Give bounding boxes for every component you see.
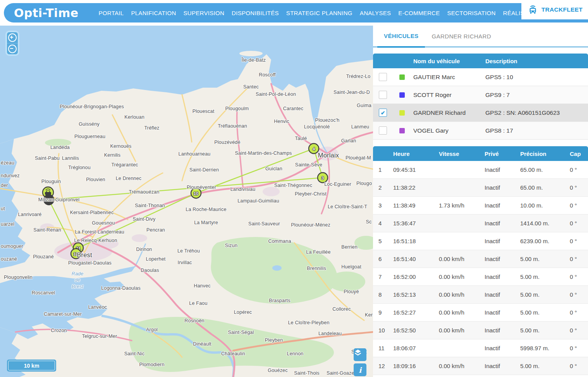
map-label: Pencran <box>146 227 165 233</box>
vehicles-col-description: Description <box>485 58 588 64</box>
trackfleet-app: Opti-Time PORTAILPLANIFICATIONSUPERVISIO… <box>0 0 588 377</box>
nav-item-supervision[interactable]: SUPERVISION <box>184 10 225 16</box>
track-cell-vitesse: 1.73 km/h <box>435 202 481 209</box>
vehicle-checkbox[interactable] <box>379 91 387 99</box>
vehicle-row-gautier-marc[interactable]: GAUTIER MarcGPS5 : 10 <box>373 68 588 86</box>
track-cell-precision: 65.00 m. <box>516 184 566 191</box>
track-cell-idx: 3 <box>373 202 389 209</box>
map-label: Le Cloître-Saint-T <box>328 204 367 209</box>
track-table-header: Heure Vitesse Privé Précision Cap <box>373 146 588 161</box>
nav-bar: Opti-Time PORTAILPLANIFICATIONSUPERVISIO… <box>4 3 588 22</box>
track-cell-heure: 16:51:40 <box>389 256 435 262</box>
track-row-2[interactable]: 211:38:22Inactif65.00 m.0 ° <box>373 179 588 197</box>
track-cell-prive: Inactif <box>481 184 516 191</box>
map-label: Lanmeu <box>351 124 369 130</box>
track-cell-prive: Inactif <box>481 327 516 334</box>
map-label: Landéda <box>50 145 70 150</box>
map-label: Le Relecq-Kerhuon <box>74 238 117 243</box>
map-label: Gouesnou <box>92 220 115 226</box>
vehicle-name: SCOTT Roger <box>413 92 485 99</box>
map-label: Guima <box>357 103 371 108</box>
map-label: Taulé <box>295 136 307 141</box>
map-label: Saint-Divy <box>133 216 156 222</box>
nav-item-strategic-planning[interactable]: STRATEGIC PLANNING <box>286 10 352 16</box>
map-label: Hanvec <box>194 283 211 289</box>
tab-vehicules[interactable]: VÉHICULES <box>377 26 425 48</box>
vehicle-checkbox[interactable] <box>379 73 387 81</box>
layers-button[interactable] <box>354 348 366 361</box>
nav-item-e-commerce[interactable]: E-COMMERCE <box>398 10 440 16</box>
map-label: Saint-Martin-des-Champs <box>235 150 292 156</box>
track-row-9[interactable]: 916:52:270.00 km/hInactif5.00 m.0 ° <box>373 304 588 322</box>
map-label: Sainte-Sève <box>295 162 322 168</box>
map-canvas[interactable]: 4310111215 Île-de-BatzRoscoffSantecSaint… <box>0 26 373 377</box>
map-marker-4[interactable]: 4 <box>309 144 319 154</box>
track-cell-heure: 16:52:50 <box>389 327 435 334</box>
track-row-1[interactable]: 109:45:31Inactif65.00 m.0 ° <box>373 161 588 179</box>
track-cell-cap: 0 ° <box>566 166 588 173</box>
map-label: Kernouës <box>110 144 131 149</box>
map-label: Île-de-Batz <box>242 57 266 63</box>
track-row-11[interactable]: 1118:06:07Inactif5998.97 m.0 ° <box>373 339 588 357</box>
vehicle-checkbox[interactable] <box>379 109 387 117</box>
track-cell-precision: 5998.97 m. <box>516 345 566 351</box>
map-label: Saint-Pabu <box>35 156 60 161</box>
map-label: Guissény <box>79 121 100 127</box>
vehicle-row-gardner-richard[interactable]: GARDNER RichardGPS2 : SN: A060151G0623 <box>373 104 588 122</box>
vehicle-row-scott-roger[interactable]: SCOTT RogerGPS9 : 7 <box>373 86 588 104</box>
vehicle-row-vogel-gary[interactable]: VOGEL GaryGPS8 : 17 <box>373 122 588 140</box>
track-row-12[interactable]: 1218:09:160.00 km/hInactif5.00 m.0 ° <box>373 357 588 375</box>
zoom-out-button[interactable] <box>7 43 18 54</box>
map-label: Tréglonou <box>68 165 91 170</box>
track-row-6[interactable]: 616:51:400.00 km/hInactif5.00 m.0 ° <box>373 250 588 268</box>
track-row-8[interactable]: 816:52:130.00 km/hInactif5.00 m.0 ° <box>373 286 588 304</box>
nav-item-disponibilit-s[interactable]: DISPONIBILITÉS <box>232 10 279 16</box>
vehicles-table: Nom du véhicule Description GAUTIER Marc… <box>373 54 588 140</box>
nav-item-analyses[interactable]: ANALYSES <box>360 10 391 16</box>
nav-item-trackfleet[interactable]: TRACKFLEET <box>521 0 588 19</box>
map-label: Locquénolé <box>304 124 330 130</box>
nav-item-portail[interactable]: PORTAIL <box>99 10 124 16</box>
track-cell-prive: Inactif <box>481 363 516 369</box>
map-label: Roscoff <box>259 72 276 78</box>
track-row-7[interactable]: 716:52:000.00 km/hInactif5.00 m.0 ° <box>373 268 588 286</box>
map-label: Saint-Goazec <box>327 370 357 376</box>
map-label: Trégarantec <box>111 162 138 168</box>
track-cell-precision: 5.00 m. <box>516 327 566 334</box>
map-label: Plouzané <box>33 254 54 259</box>
nav-item-planification[interactable]: PLANIFICATION <box>131 10 176 16</box>
zoom-out-icon <box>8 45 17 53</box>
info-button[interactable]: i <box>354 363 366 376</box>
track-cell-cap: 0 ° <box>566 256 588 262</box>
map-label: Tréflez <box>144 125 159 131</box>
track-row-3[interactable]: 311:38:491.73 km/hInactif10.00 m.0 ° <box>373 197 588 214</box>
track-row-5[interactable]: 516:51:18Inactif6239.00 m.0 ° <box>373 232 588 250</box>
zoom-in-button[interactable] <box>7 32 18 43</box>
map-label: Plomodiern <box>139 362 164 367</box>
track-row-10[interactable]: 1016:52:500.00 km/hInactif5.00 m.0 ° <box>373 322 588 339</box>
track-row-4[interactable]: 415:36:47Inactif1414.00 m.0 ° <box>373 214 588 232</box>
track-cell-cap: 0 ° <box>566 184 588 191</box>
map-label: Sc <box>366 219 372 225</box>
track-cell-idx: 9 <box>373 309 389 316</box>
map-label: Kernilis <box>104 152 121 158</box>
map-label: Brennilis <box>307 266 326 271</box>
tab-gardner-richard[interactable]: GARDNER RICHARD <box>425 26 498 46</box>
map-label: Santec <box>243 84 259 90</box>
vehicle-name: GAUTIER Marc <box>413 74 485 81</box>
vehicle-checkbox[interactable] <box>379 126 387 135</box>
right-panel: VÉHICULES GARDNER RICHARD Nom du véhicul… <box>373 26 588 377</box>
vehicle-name: GARDNER Richard <box>413 109 485 116</box>
track-cell-prive: Inactif <box>481 345 516 351</box>
map-label: Collorec <box>332 306 351 312</box>
track-cell-prive: Inactif <box>481 220 516 227</box>
nav-item-sectorisation[interactable]: SECTORISATION <box>447 10 496 16</box>
scale-label: 10 km <box>24 363 40 369</box>
track-cell-precision: 5.00 m. <box>516 256 566 262</box>
track-cell-precision: 10.00 m. <box>516 202 566 209</box>
track-cell-cap: 0 ° <box>566 273 588 280</box>
track-cell-cap: 0 ° <box>566 363 588 369</box>
track-col-cap: Cap <box>566 150 588 157</box>
map-label: ézeau <box>1 160 14 166</box>
track-row-13[interactable]: 1321:28:140.00 km/hInactif5.00 m.0 ° <box>373 375 588 377</box>
